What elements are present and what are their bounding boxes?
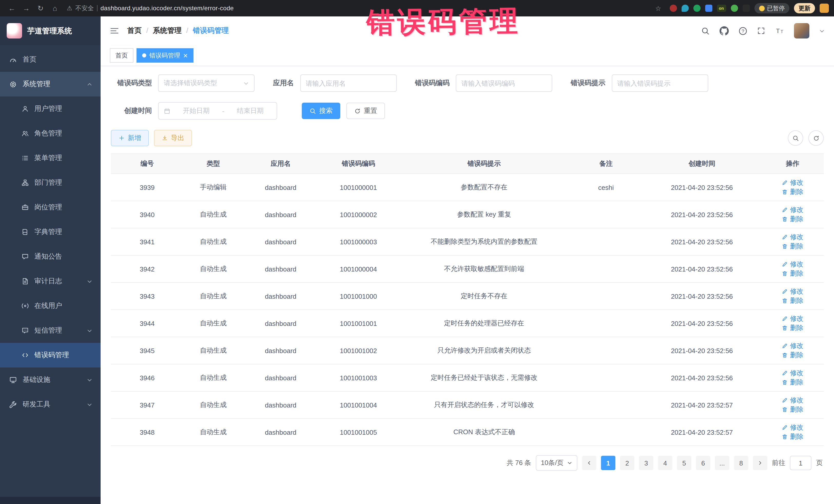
user-avatar[interactable] xyxy=(794,23,809,39)
page-size-select[interactable]: 10条/页 xyxy=(536,455,577,470)
delete-link[interactable]: 删除 xyxy=(782,405,804,414)
edit-link[interactable]: 修改 xyxy=(782,314,804,323)
extension-puzzle-icon[interactable] xyxy=(742,5,750,12)
sidebar-item-dict-management[interactable]: 字典管理 xyxy=(0,220,101,244)
add-button[interactable]: 新增 xyxy=(111,130,149,146)
date-range-picker[interactable]: 开始日期 - 结束日期 xyxy=(158,102,277,119)
edit-link[interactable]: 修改 xyxy=(782,341,804,351)
edit-link[interactable]: 修改 xyxy=(782,260,804,269)
github-icon[interactable] xyxy=(720,26,729,36)
extension-icon-4[interactable] xyxy=(705,5,712,12)
page-button[interactable]: 6 xyxy=(696,456,710,470)
sidebar-item-notice[interactable]: 通知公告 xyxy=(0,244,101,269)
sidebar-item-user-management[interactable]: 用户管理 xyxy=(0,96,101,121)
breadcrumb-system[interactable]: 系统管理 xyxy=(146,26,182,36)
reload-icon[interactable]: ↻ xyxy=(34,4,47,12)
delete-link[interactable]: 删除 xyxy=(782,242,804,251)
browser-profile-avatar[interactable] xyxy=(820,4,829,13)
goto-page-input[interactable] xyxy=(790,456,811,470)
sidebar-item-devtools[interactable]: 研发工具 xyxy=(0,392,101,417)
sidebar-item-home[interactable]: 首页 xyxy=(0,47,101,72)
page-button[interactable]: 3 xyxy=(639,456,653,470)
next-page-button[interactable] xyxy=(753,456,767,470)
delete-link[interactable]: 删除 xyxy=(782,351,804,360)
delete-link[interactable]: 删除 xyxy=(782,432,804,441)
sidebar-item-role-management[interactable]: 角色管理 xyxy=(0,121,101,146)
delete-link[interactable]: 删除 xyxy=(782,269,804,278)
error-type-select[interactable]: 请选择错误码类型 xyxy=(158,74,255,92)
svg-text:T: T xyxy=(776,27,780,35)
delete-link[interactable]: 删除 xyxy=(782,296,804,305)
sidebar-menu: 首页 系统管理 用户管理 角色管理 xyxy=(0,45,101,497)
page-ellipsis[interactable]: ... xyxy=(715,456,729,470)
hamburger-icon[interactable] xyxy=(110,27,119,35)
close-icon[interactable] xyxy=(183,53,188,58)
export-button[interactable]: 导出 xyxy=(154,130,192,146)
sidebar-item-menu-management[interactable]: 菜单管理 xyxy=(0,146,101,170)
back-icon[interactable]: ← xyxy=(5,4,19,12)
edit-link[interactable]: 修改 xyxy=(782,369,804,378)
sidebar-item-online-users[interactable]: 在线用户 xyxy=(0,293,101,318)
search-button[interactable]: 搜索 xyxy=(302,103,340,119)
extension-icon-2[interactable] xyxy=(681,5,688,12)
page-button[interactable]: 1 xyxy=(601,456,615,470)
paused-badge[interactable]: 已暂停 xyxy=(754,3,789,13)
fullscreen-icon[interactable] xyxy=(757,27,765,35)
edit-icon xyxy=(782,397,788,403)
delete-link[interactable]: 删除 xyxy=(782,187,804,197)
sidebar-item-dept-management[interactable]: 部门管理 xyxy=(0,170,101,195)
gear-icon xyxy=(9,80,17,88)
edit-link[interactable]: 修改 xyxy=(782,205,804,215)
filter-app-name: 应用名 xyxy=(273,74,396,92)
help-icon[interactable]: ? xyxy=(739,26,747,35)
sidebar-item-sms-management[interactable]: 短信管理 xyxy=(0,318,101,343)
breadcrumb-home[interactable]: 首页 xyxy=(127,26,142,36)
page-button[interactable]: 2 xyxy=(620,456,634,470)
header-actions: ? TT xyxy=(701,23,825,39)
extension-icon-3[interactable] xyxy=(693,5,700,12)
total-count: 共 76 条 xyxy=(507,458,531,467)
sidebar-item-error-code-management[interactable]: 错误码管理 xyxy=(0,343,101,368)
extension-icon-5[interactable] xyxy=(730,5,738,12)
app-logo[interactable]: 芋道管理系统 xyxy=(0,17,101,45)
filter-row-2: 创建时间 开始日期 - 结束日期 搜索 重置 xyxy=(111,102,824,119)
edit-link[interactable]: 修改 xyxy=(782,396,804,405)
page-button[interactable]: 5 xyxy=(677,456,691,470)
page-button[interactable]: 8 xyxy=(734,456,748,470)
delete-link[interactable]: 删除 xyxy=(782,215,804,224)
update-button[interactable]: 更新 xyxy=(794,3,815,13)
edit-link[interactable]: 修改 xyxy=(782,178,804,187)
show-search-button[interactable] xyxy=(788,130,803,146)
error-code-input[interactable] xyxy=(456,74,552,92)
search-icon[interactable] xyxy=(701,26,710,35)
extension-icon-1[interactable] xyxy=(670,5,677,12)
tab-error-code[interactable]: 错误码管理 xyxy=(136,48,194,63)
sidebar-collapse-bar[interactable] xyxy=(0,497,101,504)
tab-home[interactable]: 首页 xyxy=(110,48,133,63)
error-hint-input[interactable] xyxy=(612,74,708,92)
edit-link[interactable]: 修改 xyxy=(782,233,804,242)
forward-icon[interactable]: → xyxy=(20,4,33,12)
goto-label: 前往 xyxy=(772,458,785,467)
reset-button[interactable]: 重置 xyxy=(347,103,385,119)
prev-page-button[interactable] xyxy=(582,456,596,470)
delete-link[interactable]: 删除 xyxy=(782,378,804,387)
edit-link[interactable]: 修改 xyxy=(782,287,804,296)
sidebar-item-infra[interactable]: 基础设施 xyxy=(0,368,101,392)
trash-icon xyxy=(782,352,788,358)
chevron-down-icon[interactable] xyxy=(819,28,825,34)
sidebar-item-audit-log[interactable]: 审计日志 xyxy=(0,269,101,293)
refresh-table-button[interactable] xyxy=(808,130,824,146)
page-button[interactable]: 4 xyxy=(658,456,672,470)
extension-on-badge[interactable]: on xyxy=(717,5,726,12)
sidebar-item-system[interactable]: 系统管理 xyxy=(0,72,101,96)
edit-link[interactable]: 修改 xyxy=(782,423,804,432)
address-bar[interactable]: ⚠ 不安全 dashboard.yudao.iocoder.cn/system/… xyxy=(67,4,234,13)
sidebar-item-post-management[interactable]: 岗位管理 xyxy=(0,195,101,220)
font-size-icon[interactable]: TT xyxy=(775,27,784,35)
bookmark-star-icon[interactable]: ☆ xyxy=(652,4,665,12)
browser-home-icon[interactable]: ⌂ xyxy=(48,4,62,12)
app-name-input[interactable] xyxy=(300,74,396,92)
refresh-icon xyxy=(813,135,819,141)
delete-link[interactable]: 删除 xyxy=(782,323,804,333)
